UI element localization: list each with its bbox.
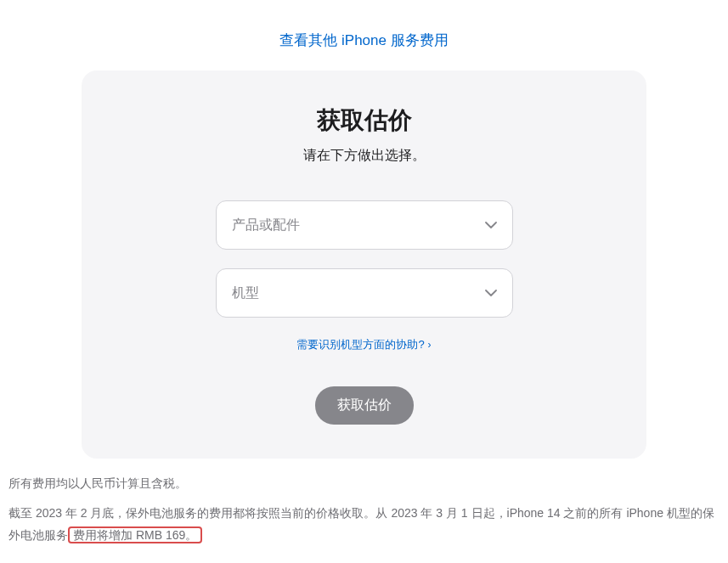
product-select-wrap: 产品或配件 xyxy=(216,200,513,250)
footer-highlight: 费用将增加 RMB 169。 xyxy=(68,526,202,543)
footer-notes: 所有费用均以人民币计算且含税。 截至 2023 年 2 月底，保外电池服务的费用… xyxy=(0,459,728,547)
model-select[interactable]: 机型 xyxy=(216,268,513,318)
other-service-fees-link[interactable]: 查看其他 iPhone 服务费用 xyxy=(279,32,448,48)
chevron-down-icon xyxy=(485,290,497,296)
product-placeholder: 产品或配件 xyxy=(232,217,300,234)
chevron-down-icon xyxy=(485,222,497,228)
estimate-card: 获取估价 请在下方做出选择。 产品或配件 机型 需要识别机型方面的协助? › 获… xyxy=(82,70,646,459)
get-estimate-button[interactable]: 获取估价 xyxy=(315,386,414,425)
top-link-container: 查看其他 iPhone 服务费用 xyxy=(0,0,728,70)
product-select[interactable]: 产品或配件 xyxy=(216,200,513,250)
submit-button-container: 获取估价 xyxy=(124,386,604,425)
model-placeholder: 机型 xyxy=(232,284,259,302)
identify-model-help-link[interactable]: 需要识别机型方面的协助? › xyxy=(296,337,431,352)
footer-line-2: 截至 2023 年 2 月底，保外电池服务的费用都将按照当前的价格收取。从 20… xyxy=(8,502,720,547)
help-link-text: 需要识别机型方面的协助? xyxy=(296,337,424,352)
model-select-wrap: 机型 xyxy=(216,268,513,318)
card-subtitle: 请在下方做出选择。 xyxy=(124,147,604,165)
footer-line-1: 所有费用均以人民币计算且含税。 xyxy=(8,472,720,495)
chevron-right-icon: › xyxy=(428,339,432,351)
card-title: 获取估价 xyxy=(124,104,604,137)
